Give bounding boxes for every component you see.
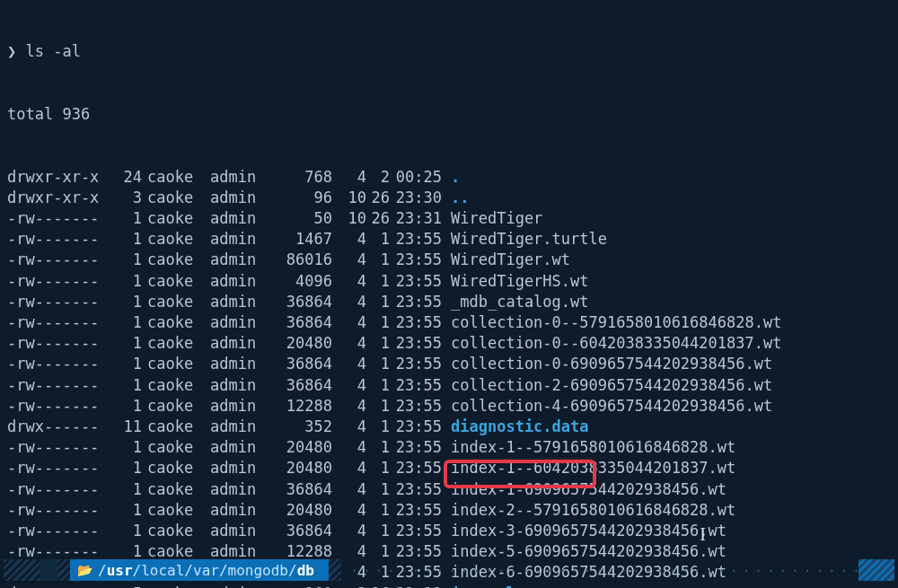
file-name: WiredTigerHS.wt bbox=[451, 272, 589, 290]
size: 352 bbox=[269, 417, 332, 437]
group: admin bbox=[210, 417, 264, 437]
link-count: 1 bbox=[106, 521, 142, 541]
group: admin bbox=[210, 167, 264, 188]
month: 4 bbox=[336, 500, 366, 521]
size: 96 bbox=[269, 188, 332, 208]
terminal-output[interactable]: ❯ ls -al total 936 drwxr-xr-x24caokeadmi… bbox=[0, 0, 898, 588]
perms: -rw------- bbox=[7, 500, 106, 521]
owner: caoke bbox=[147, 229, 201, 250]
day: 1 bbox=[366, 417, 390, 437]
day: 26 bbox=[366, 584, 390, 588]
listing-row: -rw-------1caokeadmin14674123:55WiredTig… bbox=[7, 229, 891, 250]
day: 1 bbox=[366, 437, 390, 458]
path-segment: / bbox=[288, 562, 297, 579]
time: 23:55 bbox=[390, 500, 442, 521]
path-segment: usr bbox=[107, 562, 133, 579]
owner: caoke bbox=[147, 312, 201, 333]
day: 1 bbox=[366, 271, 390, 292]
time: 23:55 bbox=[390, 458, 442, 478]
time: 23:55 bbox=[390, 354, 442, 374]
month: 4 bbox=[336, 458, 366, 478]
file-name: collection-0--5791658010616846828.wt bbox=[451, 313, 781, 331]
time: 00:25 bbox=[390, 167, 442, 188]
link-count: 1 bbox=[106, 437, 142, 458]
day: 1 bbox=[366, 229, 390, 250]
day: 1 bbox=[366, 354, 390, 374]
link-count: 1 bbox=[106, 208, 142, 229]
time: 23:31 bbox=[390, 208, 442, 229]
link-count: 1 bbox=[106, 333, 142, 354]
prompt-caret: ❯ bbox=[7, 42, 16, 60]
time: 23:55 bbox=[390, 333, 442, 354]
month: 4 bbox=[336, 417, 366, 437]
file-name: WiredTiger.turtle bbox=[451, 230, 607, 248]
perms: drwx------ bbox=[7, 417, 106, 437]
file-name: .. bbox=[451, 189, 469, 206]
owner: caoke bbox=[147, 208, 201, 229]
size: 86016 bbox=[269, 250, 332, 270]
group: admin bbox=[210, 208, 264, 229]
perms: drwxr-xr-x bbox=[7, 188, 106, 208]
month: 4 bbox=[336, 521, 366, 541]
size: 36864 bbox=[269, 479, 332, 500]
owner: caoke bbox=[147, 292, 201, 312]
month: 10 bbox=[336, 208, 366, 229]
perms: -rw------- bbox=[7, 292, 106, 312]
group: admin bbox=[210, 375, 264, 396]
perms: -rw------- bbox=[7, 396, 106, 417]
link-count: 1 bbox=[106, 500, 142, 521]
time: 23:55 bbox=[390, 396, 442, 417]
perms: -rw------- bbox=[7, 312, 106, 333]
link-count: 1 bbox=[106, 250, 142, 270]
listing-row: drwxr-xr-x3caokeadmin96102623:30.. bbox=[7, 188, 891, 208]
owner: caoke bbox=[147, 354, 201, 374]
listing-row: -rw-------1caokeadmin122884123:55collect… bbox=[7, 396, 891, 417]
time: 23:55 bbox=[390, 250, 442, 270]
listing-row: drwx------11caokeadmin3524123:55diagnost… bbox=[7, 417, 891, 437]
owner: caoke bbox=[147, 396, 201, 417]
cwd-badge[interactable]: 📂 /usr/local/var/mongodb/db bbox=[70, 559, 329, 581]
file-name: . bbox=[451, 168, 460, 186]
listing-row: -rw-------1caokeadmin204804123:55collect… bbox=[7, 333, 891, 354]
owner: caoke bbox=[147, 479, 201, 500]
link-count: 1 bbox=[106, 271, 142, 292]
month: 4 bbox=[336, 167, 366, 188]
path-segment: / bbox=[133, 562, 142, 579]
owner: caoke bbox=[147, 250, 201, 270]
apple-icon[interactable] bbox=[40, 559, 57, 581]
owner: caoke bbox=[147, 333, 201, 354]
perms: -rw------- bbox=[7, 521, 106, 541]
group: admin bbox=[210, 250, 264, 270]
owner: caoke bbox=[147, 167, 201, 188]
month: 4 bbox=[336, 292, 366, 312]
size: 36864 bbox=[269, 354, 332, 374]
link-count: 5 bbox=[106, 584, 142, 588]
path-segment: / bbox=[98, 562, 107, 579]
file-name: index-1--5791658010616846828.wt bbox=[451, 438, 735, 456]
group: admin bbox=[210, 479, 264, 500]
link-count: 11 bbox=[106, 417, 142, 437]
group: admin bbox=[210, 354, 264, 374]
owner: caoke bbox=[147, 188, 201, 208]
size: 36864 bbox=[269, 292, 332, 312]
day: 1 bbox=[366, 521, 390, 541]
statusbar-stripes-right bbox=[858, 559, 894, 581]
file-name: collection-4-6909657544202938456.wt bbox=[451, 397, 772, 415]
perms: -rw------- bbox=[7, 437, 106, 458]
owner: caoke bbox=[147, 458, 201, 478]
perms: -rw------- bbox=[7, 479, 106, 500]
day: 1 bbox=[366, 458, 390, 478]
month: 3 bbox=[336, 584, 366, 588]
size: 20480 bbox=[269, 500, 332, 521]
group: admin bbox=[210, 396, 264, 417]
day: 26 bbox=[366, 208, 390, 229]
time: 23:55 bbox=[390, 292, 442, 312]
link-count: 24 bbox=[106, 167, 142, 188]
month: 4 bbox=[336, 375, 366, 396]
path-segment: db bbox=[297, 562, 314, 579]
time: 23:55 bbox=[390, 312, 442, 333]
perms: -rw------- bbox=[7, 375, 106, 396]
time: 23:55 bbox=[390, 417, 442, 437]
time: 23:30 bbox=[390, 188, 442, 208]
size: 20480 bbox=[269, 333, 332, 354]
